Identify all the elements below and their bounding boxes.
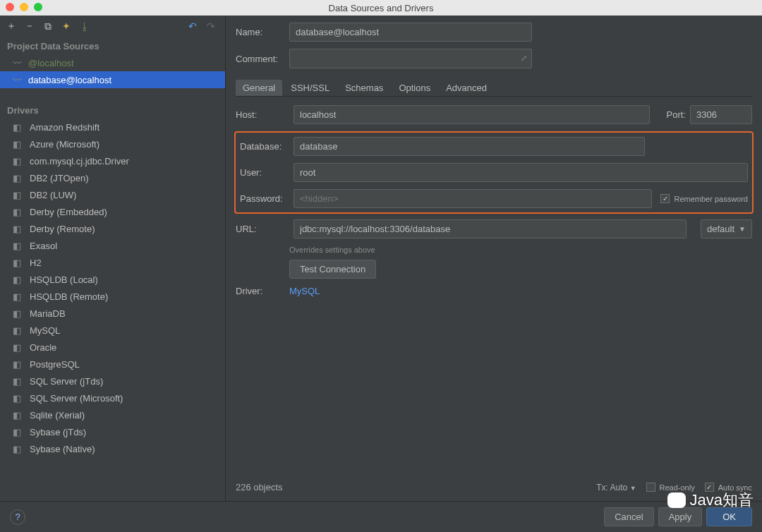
driver-item[interactable]: ◧Oracle	[0, 339, 225, 356]
driver-icon: ◧	[11, 172, 23, 183]
driver-icon: ◧	[11, 392, 23, 404]
driver-icon: ◧	[11, 358, 23, 370]
driver-item[interactable]: ◧MySQL	[0, 322, 225, 339]
action-bar: ? Cancel Apply OK	[0, 501, 762, 532]
driver-item[interactable]: ◧Sybase (jTds)	[0, 423, 225, 440]
expand-icon[interactable]: ⤢	[521, 54, 527, 63]
redo-icon: ↷	[205, 20, 217, 32]
window-title: Data Sources and Drivers	[329, 3, 434, 13]
driver-item[interactable]: ◧MariaDB	[0, 305, 225, 322]
driver-icon: ◧	[11, 155, 23, 167]
user-input[interactable]	[294, 163, 748, 182]
port-input[interactable]	[690, 105, 752, 124]
url-input[interactable]	[294, 219, 687, 238]
close-icon[interactable]	[6, 3, 14, 11]
test-connection-button[interactable]: Test Connection	[289, 260, 376, 279]
sidebar: ＋ － ⧉ ✦ ⭳ ↶ ↷ Project Data Sources 〰@loc…	[0, 16, 226, 532]
title-bar: Data Sources and Drivers	[0, 0, 762, 16]
driver-item[interactable]: ◧PostgreSQL	[0, 356, 225, 373]
maximize-icon[interactable]	[34, 3, 42, 11]
objects-count: 226 objects	[236, 482, 283, 492]
driver-item[interactable]: ◧Derby (Remote)	[0, 220, 225, 237]
driver-icon: ◧	[11, 325, 23, 336]
add-icon[interactable]: ＋	[6, 20, 17, 32]
database-input[interactable]	[294, 137, 645, 156]
host-input[interactable]	[294, 105, 650, 124]
minimize-icon[interactable]	[20, 3, 28, 11]
tab-schemas[interactable]: Schemas	[338, 80, 390, 96]
driver-item[interactable]: ◧HSQLDB (Remote)	[0, 288, 225, 305]
driver-item[interactable]: ◧SQL Server (Microsoft)	[0, 389, 225, 406]
driver-icon: ◧	[11, 240, 23, 251]
settings-icon[interactable]: ✦	[61, 20, 72, 32]
sidebar-toolbar: ＋ － ⧉ ✦ ⭳ ↶ ↷	[0, 16, 225, 37]
datasource-item[interactable]: 〰database@localhost	[0, 71, 225, 88]
password-label: Password:	[240, 193, 294, 204]
driver-icon: ◧	[11, 257, 23, 268]
highlighted-credentials: Database: User: Password: Remember passw…	[234, 131, 754, 214]
tab-general[interactable]: General	[236, 80, 282, 96]
driver-icon: ◧	[11, 426, 23, 437]
name-label: Name:	[236, 27, 289, 37]
section-drivers: Drivers	[0, 101, 225, 119]
password-input[interactable]	[294, 189, 652, 208]
tab-options[interactable]: Options	[392, 80, 437, 96]
datasource-icon: 〰	[11, 57, 23, 68]
port-label: Port:	[667, 109, 686, 120]
driver-icon: ◧	[11, 138, 23, 150]
tab-advanced[interactable]: Advanced	[439, 80, 494, 96]
driver-icon: ◧	[11, 341, 23, 353]
url-mode-dropdown[interactable]: default▼	[701, 219, 752, 238]
tab-sshssl[interactable]: SSH/SSL	[284, 80, 337, 96]
driver-item[interactable]: ◧Sybase (Native)	[0, 440, 225, 457]
driver-item[interactable]: ◧Exasol	[0, 237, 225, 254]
remember-password[interactable]: Remember password	[660, 194, 748, 203]
driver-item[interactable]: ◧Azure (Microsoft)	[0, 135, 225, 152]
url-label: URL:	[236, 224, 289, 234]
import-icon[interactable]: ⭳	[79, 20, 90, 32]
section-datasources: Project Data Sources	[0, 37, 225, 54]
driver-icon: ◧	[11, 223, 23, 234]
remove-icon[interactable]: －	[24, 20, 35, 32]
name-input[interactable]	[289, 23, 532, 42]
driver-item[interactable]: ◧Amazon Redshift	[0, 119, 225, 135]
driver-label: Driver:	[236, 286, 289, 296]
tabs: GeneralSSH/SSLSchemasOptionsAdvanced	[236, 80, 752, 97]
driver-icon: ◧	[11, 274, 23, 285]
main-panel: Name: Comment: ⤢ GeneralSSH/SSLSchemasOp…	[226, 16, 762, 532]
datasource-icon: 〰	[11, 74, 23, 85]
host-label: Host:	[236, 109, 289, 120]
undo-icon[interactable]: ↶	[187, 20, 198, 32]
driver-item[interactable]: ◧HSQLDB (Local)	[0, 271, 225, 288]
driver-item[interactable]: ◧Derby (Embedded)	[0, 203, 225, 220]
driver-item[interactable]: ◧H2	[0, 254, 225, 271]
driver-icon: ◧	[11, 409, 23, 421]
driver-icon: ◧	[11, 291, 23, 302]
driver-item[interactable]: ◧SQL Server (jTds)	[0, 373, 225, 389]
driver-icon: ◧	[11, 375, 23, 387]
database-label: Database:	[240, 141, 294, 152]
driver-link[interactable]: MySQL	[289, 286, 320, 296]
tx-mode[interactable]: Tx: Auto ▼	[596, 483, 636, 492]
overrides-note: Overrides settings above	[289, 246, 752, 254]
driver-icon: ◧	[11, 206, 23, 217]
driver-icon: ◧	[11, 121, 23, 133]
comment-input[interactable]: ⤢	[289, 49, 532, 68]
driver-icon: ◧	[11, 308, 23, 319]
user-label: User:	[240, 167, 294, 178]
copy-icon[interactable]: ⧉	[42, 20, 54, 32]
datasource-item[interactable]: 〰@localhost	[0, 54, 225, 71]
comment-label: Comment:	[236, 54, 289, 64]
watermark: Java知音	[667, 490, 754, 511]
driver-item[interactable]: ◧com.mysql.cj.jdbc.Driver	[0, 152, 225, 169]
driver-icon: ◧	[11, 189, 23, 200]
cancel-button[interactable]: Cancel	[604, 507, 653, 526]
driver-item[interactable]: ◧DB2 (JTOpen)	[0, 169, 225, 186]
driver-item[interactable]: ◧Sqlite (Xerial)	[0, 406, 225, 423]
driver-item[interactable]: ◧DB2 (LUW)	[0, 186, 225, 203]
window-controls	[6, 3, 42, 11]
driver-icon: ◧	[11, 443, 23, 454]
help-icon[interactable]: ?	[10, 509, 25, 525]
checkbox-icon[interactable]	[660, 194, 670, 203]
chat-icon	[667, 492, 686, 508]
